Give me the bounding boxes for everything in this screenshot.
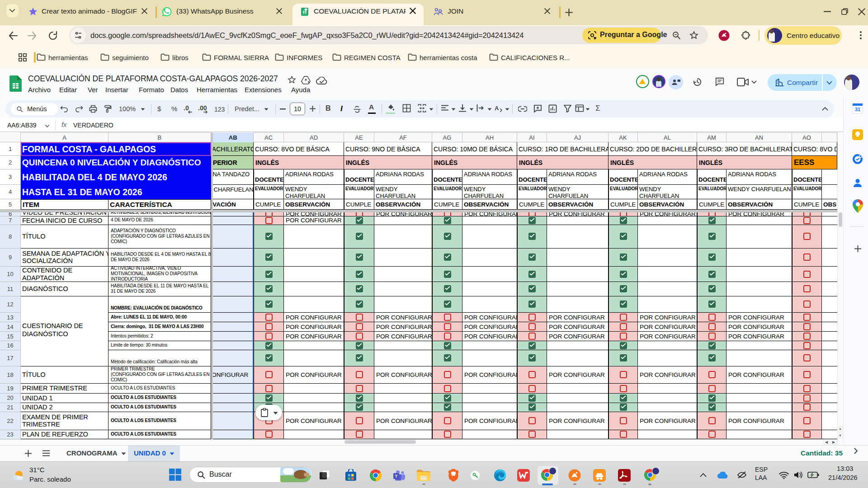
svg-text:31: 31 [855, 107, 860, 112]
svg-text:T: T [395, 474, 398, 479]
svg-text:A: A [495, 105, 499, 112]
